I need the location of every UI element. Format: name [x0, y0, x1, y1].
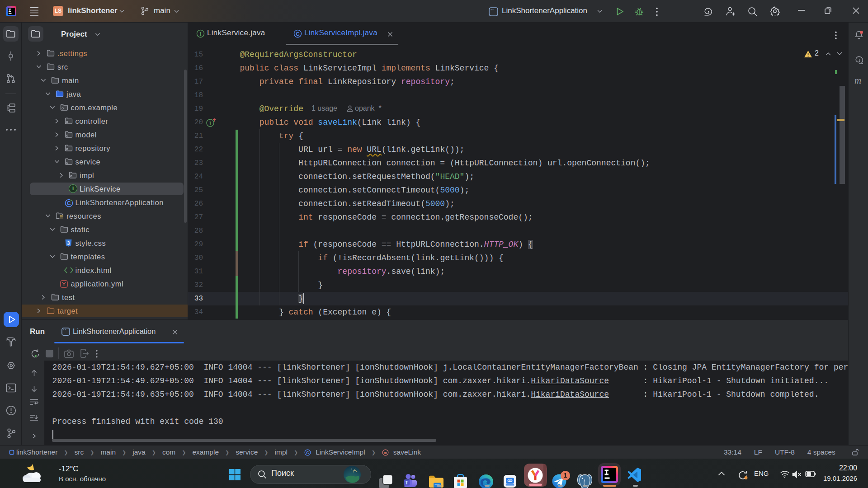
svg-text:I: I: [199, 31, 202, 37]
svg-text:I: I: [209, 121, 212, 126]
svg-text:C: C: [306, 450, 309, 455]
svg-text:3: 3: [67, 240, 70, 246]
svg-text:m: m: [384, 450, 387, 455]
svg-text:C: C: [296, 31, 299, 37]
svg-text:T: T: [405, 480, 408, 485]
